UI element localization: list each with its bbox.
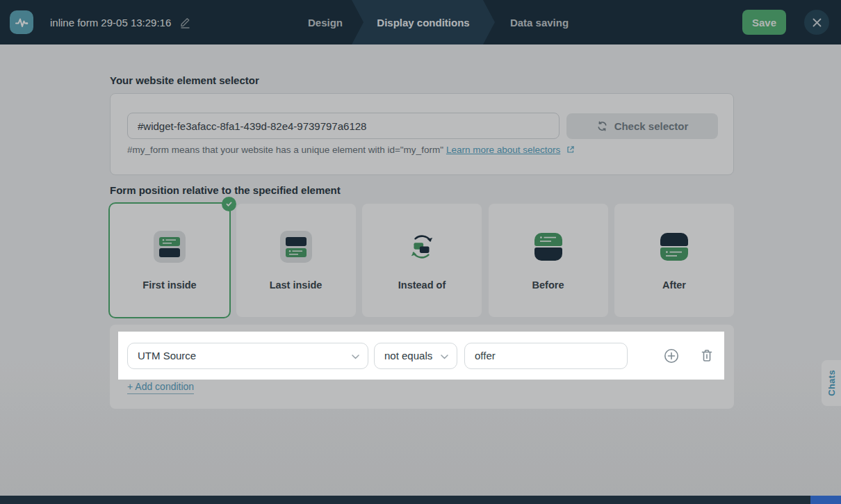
edit-title-button[interactable] — [179, 16, 191, 29]
tab-data-saving[interactable]: Data saving — [499, 0, 580, 44]
learn-more-link[interactable]: Learn more about selectors — [446, 145, 560, 155]
selector-hint-text: #my_form means that your website has a u… — [127, 145, 443, 155]
delete-condition-button[interactable] — [700, 348, 714, 363]
chevron-down-icon — [441, 350, 448, 361]
pencil-icon — [179, 16, 191, 29]
condition-operator-value: not equals — [384, 350, 432, 361]
chevron-down-icon — [352, 350, 359, 361]
selector-card: Check selector #my_form means that your … — [110, 93, 734, 175]
check-selector-label: Check selector — [614, 120, 689, 132]
tab-design[interactable]: Design — [299, 0, 352, 44]
step-tabs: Design Display conditions Data saving — [299, 0, 580, 44]
condition-field-value: UTM Source — [138, 350, 196, 361]
topbar: inline form 29-05 13:29:16 Design Displa… — [0, 0, 841, 44]
bottom-bar — [0, 496, 841, 504]
condition-operator-select[interactable]: not equals — [374, 343, 457, 369]
trash-icon — [700, 348, 714, 363]
first-inside-icon — [154, 230, 186, 263]
position-option-label: First inside — [142, 279, 196, 291]
plus-circle-icon — [663, 348, 680, 364]
position-option-label: After — [662, 279, 686, 291]
selector-input[interactable] — [127, 113, 560, 139]
close-icon — [812, 17, 822, 28]
save-button[interactable]: Save — [742, 10, 786, 35]
position-options: First inside Last — [110, 204, 734, 317]
chats-side-tab[interactable]: Chats — [822, 360, 841, 406]
position-heading: Form position relative to the specified … — [110, 184, 341, 196]
conditions-card: UTM Source not equals — [110, 325, 734, 409]
refresh-icon — [596, 120, 608, 132]
tab-display-conditions[interactable]: Display conditions — [352, 0, 495, 44]
main-content: Your website element selector Check sele… — [0, 44, 841, 496]
check-badge-icon — [222, 197, 236, 211]
position-option-first-inside[interactable]: First inside — [110, 204, 229, 317]
condition-value-input[interactable] — [464, 343, 628, 369]
add-subcondition-button[interactable] — [663, 348, 680, 364]
condition-field-select[interactable]: UTM Source — [127, 343, 368, 369]
last-inside-icon — [280, 230, 312, 263]
add-condition-link[interactable]: + Add condition — [127, 381, 194, 394]
pulse-icon — [13, 14, 30, 31]
topbar-right: Save — [742, 0, 829, 44]
position-option-label: Last inside — [270, 279, 322, 291]
page-title: inline form 29-05 13:29:16 — [50, 17, 171, 29]
position-option-instead-of[interactable]: Instead of — [362, 204, 482, 317]
topbar-left: inline form 29-05 13:29:16 — [0, 10, 191, 34]
selector-heading: Your website element selector — [110, 74, 259, 86]
close-button[interactable] — [804, 10, 829, 35]
external-link-icon — [564, 145, 575, 156]
condition-row-actions — [663, 348, 724, 364]
position-option-before[interactable]: Before — [489, 204, 608, 317]
position-option-label: Before — [532, 279, 564, 291]
after-icon — [660, 230, 688, 263]
check-selector-button[interactable]: Check selector — [566, 113, 718, 139]
position-option-last-inside[interactable]: Last inside — [236, 204, 356, 317]
before-icon — [534, 230, 562, 263]
instead-of-icon — [407, 230, 436, 263]
app-logo[interactable] — [10, 10, 33, 34]
chats-side-tab-label: Chats — [826, 370, 837, 396]
position-option-after[interactable]: After — [614, 204, 734, 317]
position-option-label: Instead of — [398, 279, 446, 291]
condition-row: UTM Source not equals — [118, 332, 724, 380]
bottom-bar-blue-segment — [810, 496, 841, 504]
selector-hint: #my_form means that your website has a u… — [127, 145, 575, 156]
